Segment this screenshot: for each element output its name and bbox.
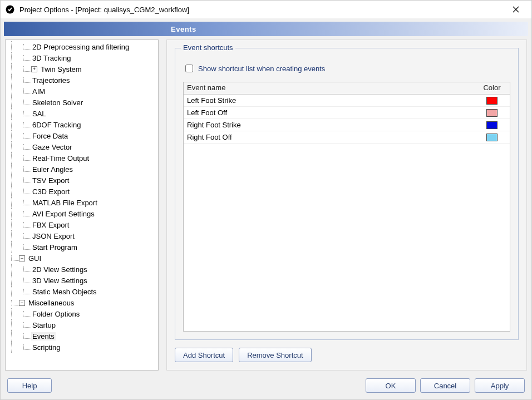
tree-item[interactable]: TSV Export	[7, 175, 158, 186]
tree-item-label: Startup	[31, 321, 57, 329]
tree-item[interactable]: Start Program	[7, 241, 158, 253]
cell-color[interactable]	[474, 109, 510, 117]
tree-group[interactable]: −Miscellaneous	[7, 297, 158, 308]
tree-item[interactable]: Skeleton Solver	[7, 97, 158, 108]
tree-item-label: Trajectories	[31, 76, 71, 85]
tree-item[interactable]: Trajectories	[7, 75, 158, 86]
tree-item-label: SAL	[31, 110, 47, 118]
tree-item[interactable]: AVI Export Settings	[7, 208, 158, 219]
group-label: Event shortcuts	[181, 43, 235, 52]
main-row: 2D Preprocessing and filtering3D Trackin…	[1, 36, 531, 374]
remove-shortcut-button[interactable]: Remove Shortcut	[239, 348, 311, 362]
tree-item-label: JSON Export	[31, 232, 76, 240]
tree-item-label: Events	[31, 332, 56, 340]
tree-item-label: Twin System	[40, 65, 83, 73]
tree-item-label: 2D View Settings	[31, 265, 88, 274]
cell-color[interactable]	[474, 97, 510, 105]
tree-group-label: Miscellaneous	[27, 299, 75, 307]
color-swatch	[486, 134, 497, 141]
tree-item[interactable]: Force Data	[7, 130, 158, 141]
header-band: Events	[4, 22, 528, 36]
group-buttons: Add Shortcut Remove Shortcut	[175, 348, 519, 362]
show-shortcut-list-checkbox[interactable]: Show shortcut list when creating events	[183, 63, 510, 74]
table-row[interactable]: Left Foot Strike	[184, 95, 510, 107]
show-shortcut-list-label: Show shortcut list when creating events	[198, 65, 325, 73]
tree-item[interactable]: Euler Angles	[7, 164, 158, 175]
apply-button[interactable]: Apply	[475, 378, 525, 393]
help-button[interactable]: Help	[7, 378, 52, 393]
tree-item-label: Force Data	[31, 132, 69, 140]
tree-item[interactable]: Real-Time Output	[7, 152, 158, 164]
close-button[interactable]	[505, 2, 527, 17]
show-shortcut-list-input[interactable]	[185, 65, 193, 72]
collapse-icon[interactable]: −	[19, 300, 25, 306]
tree-item[interactable]: SAL	[7, 108, 158, 119]
color-swatch	[486, 109, 497, 117]
tree-item[interactable]: 2D View Settings	[7, 264, 158, 275]
tree-item-label: AVI Export Settings	[31, 210, 96, 218]
tree-item[interactable]: 3D Tracking	[7, 52, 158, 63]
project-options-window: Project Options - [Project: qualisys_CGM…	[0, 0, 532, 400]
window-title: Project Options - [Project: qualisys_CGM…	[19, 6, 505, 14]
tree-item-label: 6DOF Tracking	[31, 121, 82, 129]
tree-item-label: Real-Time Output	[31, 154, 90, 162]
tree-item[interactable]: Scripting	[7, 342, 158, 353]
tree-item[interactable]: +Twin System	[7, 63, 158, 75]
tree-item[interactable]: Startup	[7, 319, 158, 330]
tree-item[interactable]: FBX Export	[7, 219, 158, 230]
events-panel: Event shortcuts Show shortcut list when …	[166, 39, 527, 371]
table-header: Event name Color	[184, 82, 510, 95]
tree-item-label: 3D View Settings	[31, 276, 88, 285]
tree-item[interactable]: AIM	[7, 86, 158, 97]
event-table[interactable]: Event name Color Left Foot StrikeLeft Fo…	[183, 82, 510, 332]
tree-item-label: 2D Preprocessing and filtering	[31, 43, 130, 51]
add-shortcut-button[interactable]: Add Shortcut	[175, 348, 233, 362]
col-color: Color	[474, 82, 510, 94]
tree-item[interactable]: 6DOF Tracking	[7, 119, 158, 130]
ok-button[interactable]: OK	[366, 378, 416, 393]
tree-item-label: Skeleton Solver	[31, 98, 84, 107]
collapse-icon[interactable]: −	[19, 255, 25, 261]
tree-item[interactable]: MATLAB File Export	[7, 197, 158, 208]
tree-item-label: 3D Tracking	[31, 54, 72, 62]
page-header: Events	[4, 22, 528, 36]
table-row[interactable]: Left Foot Off	[184, 107, 510, 119]
color-swatch	[486, 121, 497, 129]
event-shortcuts-group: Event shortcuts Show shortcut list when …	[175, 48, 519, 340]
tree-item-label: MATLAB File Export	[31, 199, 98, 207]
client-area: Events 2D Preprocessing and filtering3D …	[1, 18, 531, 399]
cancel-button[interactable]: Cancel	[420, 378, 470, 393]
expand-icon[interactable]: +	[31, 66, 37, 72]
app-icon	[5, 4, 15, 14]
cell-color[interactable]	[474, 134, 510, 141]
cell-event-name: Left Foot Strike	[184, 96, 474, 105]
tree-item[interactable]: 2D Preprocessing and filtering	[7, 41, 158, 52]
tree-item[interactable]: JSON Export	[7, 230, 158, 241]
tree-item[interactable]: Static Mesh Objects	[7, 286, 158, 297]
color-swatch	[486, 97, 497, 105]
tree-item-label: C3D Export	[31, 187, 71, 196]
tree-item[interactable]: Events	[7, 330, 158, 342]
tree-item-label: Static Mesh Objects	[31, 288, 98, 296]
tree-item-label: FBX Export	[31, 221, 70, 229]
cell-event-name: Right Foot Strike	[184, 121, 474, 129]
table-row[interactable]: Right Foot Strike	[184, 119, 510, 131]
titlebar: Project Options - [Project: qualisys_CGM…	[1, 1, 531, 18]
tree-item-label: AIM	[31, 87, 46, 96]
footer: Help OK Cancel Apply	[1, 374, 531, 399]
tree-group[interactable]: −GUI	[7, 253, 158, 264]
tree-panel: 2D Preprocessing and filtering3D Trackin…	[5, 39, 159, 371]
close-icon	[513, 6, 519, 13]
tree-item-label: Gaze Vector	[31, 143, 73, 151]
tree-scroll[interactable]: 2D Preprocessing and filtering3D Trackin…	[7, 41, 158, 369]
cell-event-name: Right Foot Off	[184, 133, 474, 141]
table-row[interactable]: Right Foot Off	[184, 131, 510, 144]
cell-color[interactable]	[474, 121, 510, 129]
tree-item-label: TSV Export	[31, 176, 70, 185]
tree-item[interactable]: Folder Options	[7, 308, 158, 319]
tree-item[interactable]: 3D View Settings	[7, 275, 158, 286]
tree-item-label: Euler Angles	[31, 165, 74, 174]
cell-event-name: Left Foot Off	[184, 108, 474, 117]
tree-item[interactable]: Gaze Vector	[7, 141, 158, 152]
tree-item[interactable]: C3D Export	[7, 186, 158, 197]
